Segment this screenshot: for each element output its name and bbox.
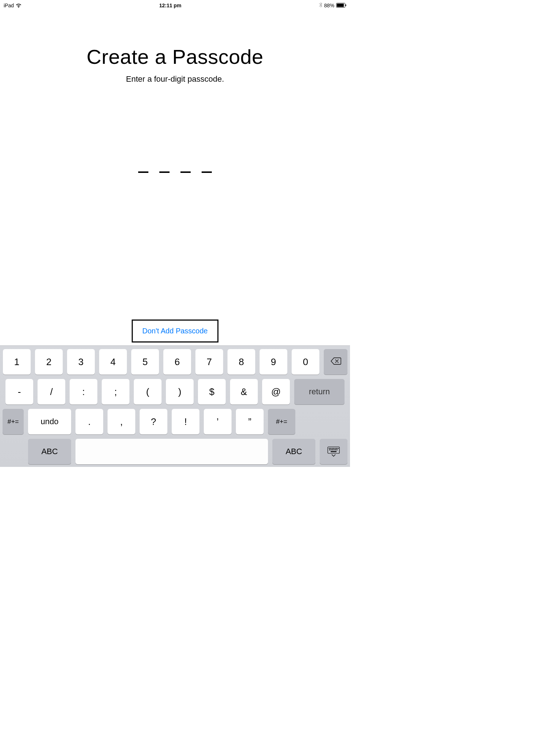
status-bar: iPad 12:11 pm 88% (0, 0, 350, 9)
key-period[interactable]: . (75, 409, 103, 434)
svg-rect-11 (329, 449, 330, 450)
wifi-icon (16, 3, 22, 8)
svg-rect-13 (332, 449, 333, 450)
svg-rect-5 (330, 448, 331, 449)
key-1[interactable]: 1 (3, 349, 31, 375)
key-8[interactable]: 8 (228, 349, 255, 375)
battery-icon (336, 3, 346, 8)
key-paren-close[interactable]: ) (166, 379, 194, 405)
key-more-symbols-right[interactable]: #+= (268, 409, 295, 434)
key-3[interactable]: 3 (67, 349, 95, 375)
key-semicolon[interactable]: ; (102, 379, 129, 405)
svg-rect-2 (345, 4, 346, 6)
passcode-digit-4 (202, 171, 212, 173)
key-6[interactable]: 6 (163, 349, 191, 375)
status-time: 12:11 pm (159, 3, 182, 8)
main-content: Create a Passcode Enter a four-digit pas… (0, 9, 350, 173)
page-subtitle: Enter a four-digit passcode. (0, 74, 350, 84)
svg-rect-8 (335, 448, 336, 449)
key-undo[interactable]: undo (28, 409, 71, 434)
svg-rect-15 (335, 449, 336, 450)
keyboard: 1 2 3 4 5 6 7 8 9 0 - / : ; ( ) $ & @ re… (0, 345, 350, 467)
backspace-icon (330, 356, 341, 368)
svg-rect-9 (336, 448, 337, 449)
key-hide-keyboard[interactable] (320, 439, 347, 464)
key-apostrophe[interactable]: ’ (204, 409, 232, 434)
svg-rect-14 (334, 449, 335, 450)
key-paren-open[interactable]: ( (134, 379, 162, 405)
key-7[interactable]: 7 (195, 349, 223, 375)
key-abc-left[interactable]: ABC (28, 439, 71, 464)
svg-rect-12 (331, 449, 332, 450)
key-quote[interactable]: ” (236, 409, 264, 434)
svg-rect-6 (332, 448, 333, 449)
key-exclaim[interactable]: ! (172, 409, 199, 434)
passcode-digit-1 (138, 171, 148, 173)
key-dollar[interactable]: $ (198, 379, 226, 405)
key-colon[interactable]: : (70, 379, 97, 405)
key-question[interactable]: ? (140, 409, 167, 434)
device-label: iPad (4, 3, 14, 8)
key-comma[interactable]: , (108, 409, 135, 434)
key-hyphen[interactable]: - (5, 379, 33, 405)
passcode-digit-2 (159, 171, 170, 173)
passcode-digit-3 (180, 171, 191, 173)
key-more-symbols-left[interactable]: #+= (3, 409, 24, 434)
key-ampersand[interactable]: & (230, 379, 258, 405)
skip-passcode-highlight: Don't Add Passcode (132, 320, 218, 342)
key-backspace[interactable] (324, 349, 347, 375)
svg-rect-7 (333, 448, 334, 449)
bluetooth-icon (319, 2, 322, 9)
key-slash[interactable]: / (38, 379, 65, 405)
svg-rect-10 (338, 448, 339, 449)
svg-rect-1 (337, 4, 344, 7)
battery-percent: 88% (324, 3, 334, 8)
hide-keyboard-icon (327, 446, 340, 457)
key-space[interactable] (75, 439, 268, 464)
key-4[interactable]: 4 (99, 349, 127, 375)
key-0[interactable]: 0 (292, 349, 319, 375)
key-at[interactable]: @ (262, 379, 290, 405)
key-return[interactable]: return (294, 379, 345, 405)
key-9[interactable]: 9 (260, 349, 287, 375)
svg-rect-17 (331, 451, 337, 452)
svg-rect-16 (337, 449, 338, 450)
key-5[interactable]: 5 (131, 349, 159, 375)
key-abc-right[interactable]: ABC (272, 439, 315, 464)
page-title: Create a Passcode (0, 45, 350, 69)
passcode-input[interactable] (0, 171, 350, 173)
key-2[interactable]: 2 (35, 349, 63, 375)
dont-add-passcode-button[interactable]: Don't Add Passcode (142, 327, 208, 335)
svg-rect-4 (329, 448, 330, 449)
